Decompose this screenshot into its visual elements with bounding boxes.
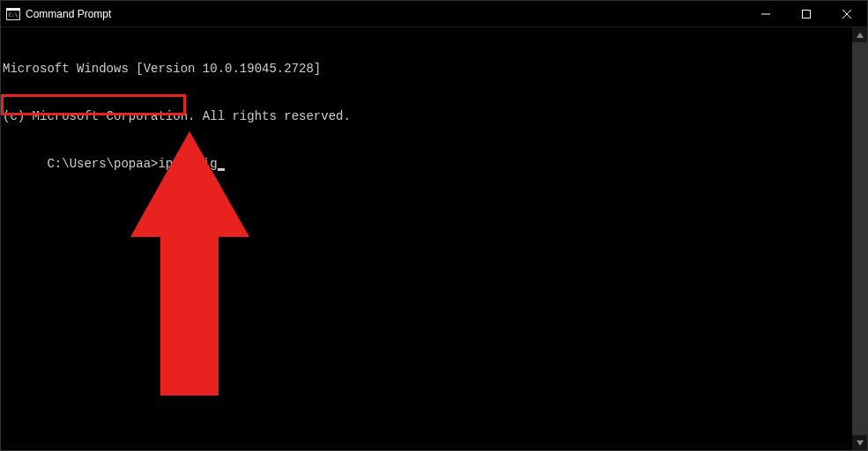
banner-version-line: Microsoft Windows [Version 10.0.19045.27…: [3, 61, 852, 77]
window-title: Command Prompt: [26, 8, 746, 20]
prompt-path: C:\Users\popaa>: [47, 157, 158, 171]
svg-text:C:\: C:\: [9, 11, 19, 18]
maximize-button[interactable]: [786, 1, 827, 26]
banner-copyright-line: (c) Microsoft Corporation. All rights re…: [3, 108, 852, 124]
vertical-scrollbar[interactable]: [852, 27, 867, 450]
terminal-output-area[interactable]: Microsoft Windows [Version 10.0.19045.27…: [1, 27, 852, 450]
scroll-up-arrow-icon[interactable]: [852, 27, 867, 42]
command-prompt-window: C:\ Command Prompt Microsoft Windows [Ve…: [0, 0, 868, 451]
svg-marker-8: [857, 33, 864, 38]
command-prompt-line: C:\Users\popaa>ipconfig: [47, 156, 224, 172]
text-cursor: [218, 168, 225, 171]
window-titlebar[interactable]: C:\ Command Prompt: [1, 1, 867, 27]
minimize-button[interactable]: [746, 1, 786, 26]
scroll-down-arrow-icon[interactable]: [852, 435, 867, 450]
typed-command[interactable]: ipconfig: [158, 157, 217, 171]
scrollbar-thumb[interactable]: [852, 42, 867, 435]
command-prompt-icon: C:\: [6, 7, 20, 21]
window-controls: [746, 1, 867, 26]
window-content: Microsoft Windows [Version 10.0.19045.27…: [1, 27, 867, 450]
svg-rect-4: [803, 10, 811, 18]
scrollbar-track[interactable]: [852, 42, 867, 435]
close-button[interactable]: [827, 1, 867, 26]
svg-marker-9: [857, 440, 864, 446]
